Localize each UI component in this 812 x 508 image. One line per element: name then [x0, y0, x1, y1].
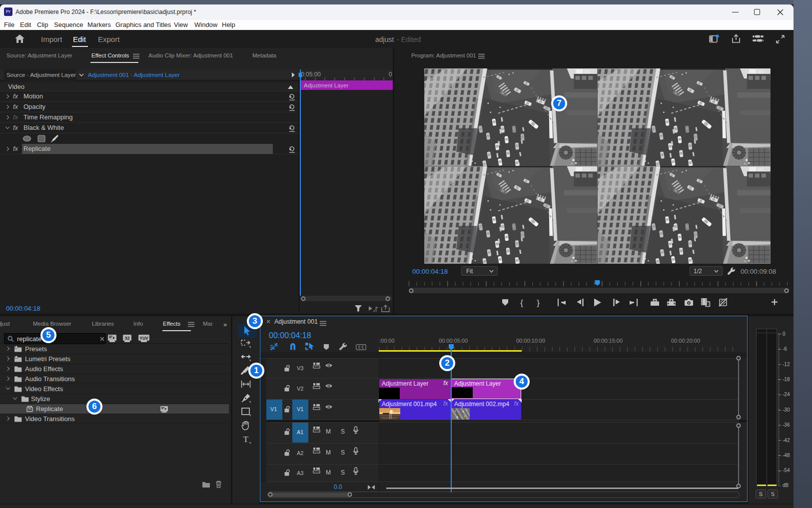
svg-text:YUV: YUV	[139, 336, 148, 341]
svg-text:}: }	[537, 298, 540, 308]
svg-text:T: T	[243, 435, 249, 444]
svg-text:{: {	[520, 298, 523, 308]
svg-text:32: 32	[124, 336, 129, 341]
